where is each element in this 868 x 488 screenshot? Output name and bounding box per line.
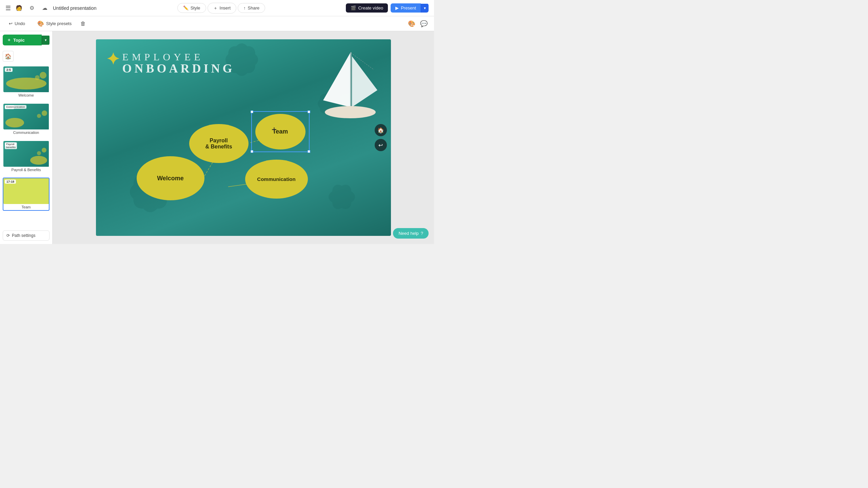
undo-button[interactable]: ↩ Undo — [5, 20, 28, 27]
node-communication[interactable]: Communication — [245, 160, 308, 199]
slide-thumb-team: 17-18 — [3, 178, 49, 204]
sidebar-header: ＋ Topic ▾ — [0, 31, 52, 49]
present-button-group: ▶ Present ▾ — [391, 3, 429, 13]
home-button[interactable]: 🏠 — [3, 51, 14, 62]
slide-label-team: Team — [3, 205, 49, 210]
settings-icon[interactable]: ⚙ — [27, 3, 37, 13]
node-team[interactable]: Team — [255, 114, 305, 149]
top-bar-right: 🎬 Create video ▶ Present ▾ — [346, 3, 429, 13]
star-decoration: ✦ — [106, 49, 120, 68]
path-icon: ⟳ — [6, 233, 10, 238]
title-line2: ONBOARDING — [122, 61, 235, 76]
slide-thumbnail-communication[interactable]: 6-10 Communication Communication — [3, 103, 50, 136]
slide-thumbnail-welcome[interactable]: 2-5 Welcome — [3, 66, 50, 99]
play-icon: ▶ — [395, 5, 399, 11]
svg-marker-18 — [323, 53, 350, 107]
back-nav-button[interactable]: ↩ — [375, 139, 387, 151]
slide-canvas[interactable]: ✦ EMPLOYEE ONBOARDING Payroll& Benefits — [96, 39, 391, 236]
app-title: Untitled presentation — [53, 5, 96, 11]
handle-tl — [251, 110, 253, 113]
node-payroll[interactable]: Payroll& Benefits — [189, 124, 249, 163]
paint-icon: 🎨 — [37, 20, 44, 27]
slide-badge-25: 2-5 — [5, 68, 13, 72]
slide-thumbnail-team[interactable]: 17-18 Team — [3, 178, 50, 211]
insert-icon: ＋ — [213, 5, 218, 11]
cloud-icon[interactable]: ☁ — [40, 3, 50, 13]
share-button[interactable]: ↑ Share — [238, 3, 265, 13]
sailboat — [320, 49, 384, 124]
trash-icon[interactable]: 🗑 — [80, 21, 86, 27]
node-welcome-label: Welcome — [157, 175, 184, 182]
slide-label-welcome: Welcome — [3, 93, 49, 98]
handle-br — [308, 150, 310, 153]
slide-thumb-welcome: 2-5 — [3, 66, 49, 92]
insert-button[interactable]: ＋ Insert — [208, 3, 237, 14]
undo-icon: ↩ — [9, 21, 13, 26]
title-area: ✦ EMPLOYEE ONBOARDING — [106, 51, 235, 76]
svg-point-21 — [325, 106, 376, 118]
user-icon[interactable]: 🧑 — [14, 3, 24, 13]
slide-thumb-communication: 6-10 Communication — [3, 104, 49, 129]
svg-marker-19 — [352, 56, 377, 107]
move-cursor: ✛ — [272, 126, 277, 134]
node-welcome[interactable]: Welcome — [137, 156, 204, 200]
slide-label-payroll: Payroll & Benefits — [3, 168, 49, 173]
svg-point-17 — [338, 194, 345, 201]
path-settings-button[interactable]: ⟳ Path settings — [3, 230, 50, 241]
share-icon: ↑ — [243, 5, 246, 11]
video-icon: 🎬 — [351, 5, 356, 11]
topic-caret-button[interactable]: ▾ — [42, 36, 50, 45]
need-help-button[interactable]: Need help ? — [393, 228, 429, 239]
svg-point-4 — [237, 55, 246, 64]
node-communication-label: Communication — [257, 176, 295, 182]
sidebar: ＋ Topic ▾ 🏠 2-5 Welcome 6-10 Com — [0, 31, 53, 244]
second-bar-right: 🎨 💬 — [407, 19, 429, 28]
palette-icon[interactable]: 🎨 — [407, 19, 416, 28]
style-icon: ✏️ — [183, 5, 189, 11]
title-text-group: EMPLOYEE ONBOARDING — [122, 51, 235, 76]
slide-badge-1718: 17-18 — [5, 180, 16, 184]
present-caret-button[interactable]: ▾ — [421, 4, 429, 13]
handle-bl — [251, 150, 253, 153]
slide-thumb-payroll: 11-16 Payrollbenefits — [3, 141, 49, 167]
lily-decoration-4 — [320, 175, 364, 219]
help-icon: ? — [421, 231, 423, 236]
create-video-button[interactable]: 🎬 Create video — [346, 3, 388, 13]
style-button[interactable]: ✏️ Style — [177, 3, 206, 13]
style-presets-button[interactable]: 🎨 Style presets — [34, 19, 75, 28]
slide-thumbnail-payroll[interactable]: 11-16 Payrollbenefits Payroll & Benefits — [3, 140, 50, 174]
second-bar: ↩ Undo 🎨 Style presets 🗑 🎨 💬 — [0, 16, 434, 31]
topic-main-button[interactable]: ＋ Topic — [3, 35, 42, 45]
menu-icon[interactable]: ☰ — [5, 4, 11, 12]
title-line1: EMPLOYEE — [122, 51, 235, 63]
slide-label-communication: Communication — [3, 130, 49, 136]
home-nav-button[interactable]: 🏠 — [375, 124, 387, 136]
node-payroll-label: Payroll& Benefits — [205, 138, 232, 150]
top-bar-center: ✏️ Style ＋ Insert ↑ Share — [100, 3, 342, 14]
topic-button-group: ＋ Topic ▾ — [3, 35, 50, 45]
top-bar-left: ☰ 🧑 ⚙ ☁ Untitled presentation — [5, 3, 96, 13]
need-help-label: Need help — [398, 231, 418, 236]
plus-icon: ＋ — [7, 37, 11, 43]
canvas-area: ✦ EMPLOYEE ONBOARDING Payroll& Benefits — [53, 31, 434, 244]
present-main-button[interactable]: ▶ Present — [391, 3, 421, 13]
top-bar: ☰ 🧑 ⚙ ☁ Untitled presentation ✏️ Style ＋… — [0, 0, 434, 16]
main-layout: ＋ Topic ▾ 🏠 2-5 Welcome 6-10 Com — [0, 31, 434, 244]
right-navigation: 🏠 ↩ — [375, 124, 387, 151]
comment-icon[interactable]: 💬 — [419, 19, 429, 28]
